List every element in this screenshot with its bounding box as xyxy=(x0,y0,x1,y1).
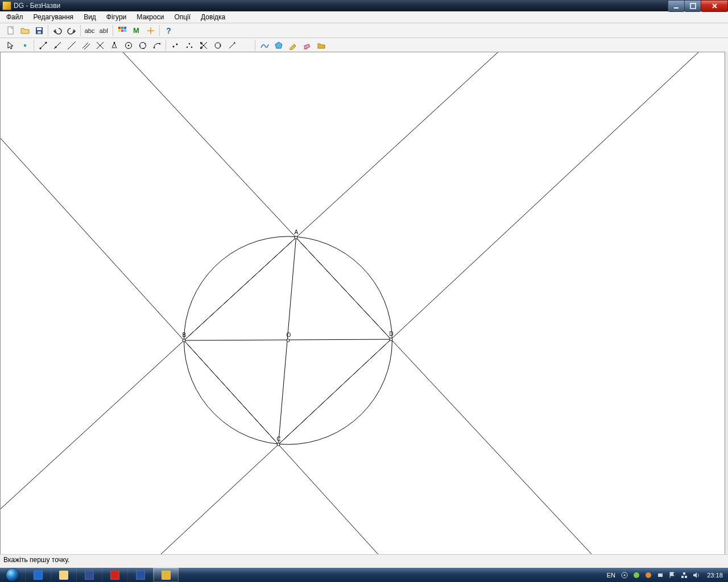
update-icon[interactable] xyxy=(644,571,653,580)
svg-rect-8 xyxy=(124,27,126,29)
save-button[interactable] xyxy=(32,24,46,38)
rotate-tool[interactable] xyxy=(210,39,225,52)
menu-file[interactable]: Файл xyxy=(1,11,28,23)
flag-icon[interactable] xyxy=(668,571,677,580)
blank-tool[interactable] xyxy=(239,39,253,52)
m-button[interactable]: M xyxy=(129,24,143,38)
scissors-tool[interactable] xyxy=(196,39,210,52)
circle-center-tool[interactable] xyxy=(121,39,135,52)
menu-options[interactable]: Опції xyxy=(169,11,196,23)
maximize-button[interactable] xyxy=(684,0,701,12)
help-button[interactable]: ? xyxy=(162,24,176,38)
wifi-icon[interactable] xyxy=(620,571,629,580)
svg-point-12 xyxy=(150,30,151,31)
open-file-button[interactable] xyxy=(18,24,32,38)
angle-tool[interactable] xyxy=(107,39,121,52)
svg-line-49 xyxy=(1,52,725,556)
svg-rect-0 xyxy=(674,7,679,9)
menu-macros[interactable]: Макроси xyxy=(131,11,169,23)
point-A[interactable] xyxy=(295,236,297,239)
system-tray: EN 23:18 xyxy=(603,568,728,582)
svg-rect-64 xyxy=(683,572,685,575)
point-C[interactable] xyxy=(277,443,280,446)
delete-tool[interactable] xyxy=(314,39,328,52)
menu-file-label: Файл xyxy=(6,13,23,21)
point-D[interactable] xyxy=(390,338,392,341)
ie-app[interactable] xyxy=(25,568,51,582)
axes-button[interactable] xyxy=(143,24,158,38)
svg-point-36 xyxy=(188,43,189,44)
menu-macros-label: Макроси xyxy=(136,13,164,21)
opera-app[interactable] xyxy=(102,568,127,582)
svg-rect-44 xyxy=(304,44,309,48)
dg-app[interactable] xyxy=(153,568,179,582)
svg-point-13 xyxy=(23,44,26,46)
network-icon[interactable] xyxy=(680,571,689,580)
ray-tool[interactable] xyxy=(50,39,64,52)
save-app[interactable] xyxy=(76,568,102,582)
close-button[interactable] xyxy=(701,0,728,12)
language-indicator[interactable]: EN xyxy=(607,572,615,579)
explorer-app-icon xyxy=(59,571,68,580)
arc-tool[interactable] xyxy=(150,39,164,52)
vertical-scrollbar[interactable] xyxy=(725,52,728,557)
svg-line-50 xyxy=(1,52,725,556)
arc-icon xyxy=(152,41,162,50)
point-tool[interactable] xyxy=(18,39,32,52)
palette-icon xyxy=(118,26,127,35)
parallel-tool[interactable] xyxy=(78,39,93,52)
menu-edit[interactable]: Редагування xyxy=(28,11,79,23)
menu-help-label: Довідка xyxy=(201,13,225,21)
start-button[interactable] xyxy=(0,568,25,582)
svg-rect-11 xyxy=(124,30,126,32)
explorer-app[interactable] xyxy=(51,568,76,582)
intersection-tool[interactable] xyxy=(93,39,107,52)
menu-help[interactable]: Довідка xyxy=(196,11,230,23)
floppy-icon xyxy=(35,26,44,35)
undo-button[interactable] xyxy=(50,24,64,38)
pointer-tool[interactable] xyxy=(3,39,18,52)
palette-button[interactable] xyxy=(115,24,129,38)
point-O[interactable] xyxy=(287,339,289,342)
word-app[interactable] xyxy=(127,568,153,582)
svg-rect-6 xyxy=(118,27,121,29)
word-app-icon xyxy=(136,571,145,580)
circle-3pt-tool[interactable] xyxy=(135,39,150,52)
vector-tool[interactable] xyxy=(225,39,239,52)
device-icon[interactable] xyxy=(656,571,665,580)
svg-point-34 xyxy=(176,43,177,45)
pencil-icon xyxy=(288,41,297,50)
point-B[interactable] xyxy=(183,339,185,342)
line-tool[interactable] xyxy=(64,39,78,52)
folder-icon xyxy=(20,26,30,35)
clock[interactable]: 23:18 xyxy=(705,572,725,579)
status-text: Вкажіть першу точку. xyxy=(3,556,69,564)
opera-app-icon xyxy=(110,571,119,580)
svg-point-26 xyxy=(127,44,129,45)
paint-tool[interactable] xyxy=(286,39,300,52)
segment-tool[interactable] xyxy=(36,39,50,52)
dg-app-icon xyxy=(162,571,171,580)
menu-view[interactable]: Вид xyxy=(78,11,101,23)
erase-tool[interactable] xyxy=(300,39,314,52)
volume-icon[interactable] xyxy=(692,571,701,580)
text-abI-button[interactable]: abI xyxy=(97,24,111,38)
svg-point-30 xyxy=(143,48,144,49)
svg-point-16 xyxy=(45,41,47,43)
points-2-tool[interactable] xyxy=(168,39,182,52)
fill-tool[interactable] xyxy=(271,39,286,52)
taskbar: EN 23:18 xyxy=(0,568,728,582)
hide-tool[interactable] xyxy=(257,39,271,52)
drawing-canvas[interactable]: ABCDO xyxy=(0,52,725,557)
minimize-button[interactable] xyxy=(668,0,685,12)
new-file-button[interactable] xyxy=(3,24,18,38)
redo-button[interactable] xyxy=(64,24,78,38)
antivirus-icon[interactable] xyxy=(632,571,641,580)
points-3-tool[interactable] xyxy=(182,39,196,52)
text-abc-button[interactable]: abc xyxy=(82,24,97,38)
segment-icon xyxy=(39,41,48,50)
menu-shapes[interactable]: Фігури xyxy=(101,11,131,23)
vec-icon xyxy=(228,41,237,50)
window-title: DG - БезНазви xyxy=(14,2,60,10)
svg-line-55 xyxy=(279,339,391,444)
